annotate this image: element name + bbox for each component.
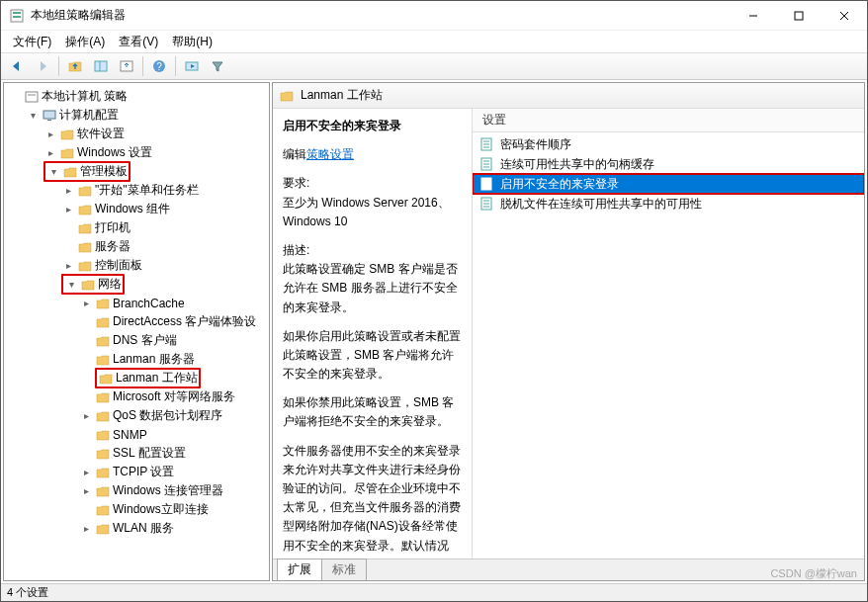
toolbar-separator (142, 56, 143, 76)
menu-bar: 文件(F) 操作(A) 查看(V) 帮助(H) (1, 31, 867, 52)
svg-rect-2 (13, 16, 21, 18)
expander-icon[interactable]: ▸ (61, 204, 75, 215)
expander-icon[interactable]: ▸ (79, 467, 93, 477)
description-pane: 启用不安全的来宾登录 编辑策略设置 要求:至少为 Windows Server … (273, 109, 473, 559)
window-title: 本地组策略编辑器 (31, 7, 731, 24)
setting-label: 启用不安全的来宾登录 (500, 176, 619, 193)
tree-admin-templates[interactable]: ▾ 管理模板 (43, 162, 267, 181)
tree-label: Windows 连接管理器 (113, 482, 223, 499)
computer-icon (42, 108, 57, 124)
folder-icon (95, 446, 111, 462)
show-hide-tree-button[interactable] (89, 54, 113, 78)
setting-item[interactable]: 密码套件顺序 (473, 134, 864, 154)
setting-item[interactable]: 启用不安全的来宾登录 (473, 174, 864, 194)
tree-label: Windows 设置 (77, 144, 152, 161)
setting-label: 密码套件顺序 (500, 136, 571, 153)
expander-icon[interactable]: ▸ (79, 410, 93, 421)
description-text: 此策略设置确定 SMB 客户端是否允许在 SMB 服务器上进行不安全的来宾登录。 (283, 262, 458, 313)
folder-icon (95, 502, 111, 518)
tree-item[interactable]: ▸WLAN 服务 (79, 519, 267, 538)
tree-start-taskbar[interactable]: ▸"开始"菜单和任务栏 (61, 181, 267, 200)
close-button[interactable] (822, 1, 867, 31)
tree-item[interactable]: ▸TCPIP 设置 (79, 463, 267, 481)
run-button[interactable] (180, 54, 204, 78)
tab-extended[interactable]: 扩展 (277, 559, 322, 580)
column-header-setting[interactable]: 设置 (473, 109, 864, 132)
tree-item[interactable]: SNMP (79, 425, 267, 444)
tree-item[interactable]: Microsoft 对等网络服务 (79, 387, 267, 406)
tree-network[interactable]: ▾ 网络 (61, 275, 267, 294)
back-button[interactable] (5, 54, 29, 78)
setting-label: 脱机文件在连续可用性共享中的可用性 (500, 196, 702, 213)
tree-item[interactable]: DirectAccess 客户端体验设 (79, 312, 267, 331)
filter-button[interactable] (206, 54, 229, 78)
tree-item[interactable]: ▸BranchCache (79, 294, 267, 312)
tree-item[interactable]: Lanman 服务器 (79, 350, 267, 369)
tree-software-settings[interactable]: ▸软件设置 (43, 125, 267, 143)
tree-control-panel[interactable]: ▸控制面板 (61, 256, 267, 275)
tree-item[interactable]: ▸QoS 数据包计划程序 (79, 406, 267, 425)
menu-action[interactable]: 操作(A) (59, 32, 111, 52)
breadcrumb: Lanman 工作站 (273, 83, 864, 109)
setting-item[interactable]: 脱机文件在连续可用性共享中的可用性 (473, 194, 864, 214)
setting-label: 连续可用性共享中的句柄缓存 (500, 156, 654, 173)
menu-view[interactable]: 查看(V) (113, 32, 164, 52)
tree-label: Windows立即连接 (113, 501, 209, 518)
app-icon (9, 8, 25, 24)
expander-icon[interactable]: ▾ (26, 110, 40, 121)
tree-item[interactable]: SSL 配置设置 (79, 444, 267, 463)
tree-label: TCPIP 设置 (113, 464, 174, 480)
tree-item[interactable]: DNS 客户端 (79, 331, 267, 350)
tree-pane[interactable]: 本地计算机 策略 ▾ 计算机配置 ▸软件设置 ▸Windows 设置 (3, 82, 270, 581)
expander-icon[interactable]: ▸ (79, 298, 93, 308)
folder-icon (77, 220, 93, 236)
tree-label: 软件设置 (77, 126, 125, 142)
setting-item[interactable]: 连续可用性共享中的句柄缓存 (473, 154, 864, 174)
folder-icon (95, 314, 111, 330)
tree-printers[interactable]: 打印机 (61, 218, 267, 237)
tree-item[interactable]: ▸Windows 连接管理器 (79, 481, 267, 500)
expander-icon[interactable]: ▾ (64, 279, 78, 290)
expander-icon[interactable]: ▸ (79, 485, 93, 496)
svg-rect-1 (13, 12, 21, 14)
export-list-button[interactable] (115, 54, 138, 78)
expander-icon[interactable]: ▸ (79, 523, 93, 534)
tab-standard[interactable]: 标准 (321, 559, 367, 580)
tree-windows-settings[interactable]: ▸Windows 设置 (43, 143, 267, 162)
menu-file[interactable]: 文件(F) (7, 32, 57, 52)
folder-icon (62, 164, 78, 180)
up-button[interactable] (63, 54, 87, 78)
expander-icon[interactable]: ▸ (61, 260, 75, 271)
tree-label: 本地计算机 策略 (42, 88, 128, 105)
expander-icon[interactable]: ▸ (61, 185, 75, 196)
policy-icon (478, 156, 494, 172)
menu-help[interactable]: 帮助(H) (166, 32, 218, 52)
toolbar-separator (58, 56, 59, 76)
edit-policy-link[interactable]: 策略设置 (306, 147, 354, 161)
tree-root[interactable]: 本地计算机 策略 (8, 87, 267, 106)
folder-icon (95, 408, 111, 424)
tree-computer-config[interactable]: ▾ 计算机配置 (26, 106, 267, 125)
maximize-button[interactable] (776, 1, 822, 31)
toolbar: ? (1, 52, 867, 80)
tree-label: 计算机配置 (59, 107, 119, 124)
folder-icon (59, 127, 75, 142)
tree-label: Microsoft 对等网络服务 (113, 388, 235, 405)
tree-label: DirectAccess 客户端体验设 (113, 313, 256, 330)
expander-icon[interactable]: ▾ (46, 166, 60, 177)
tree-windows-components[interactable]: ▸Windows 组件 (61, 200, 267, 218)
tree-label: SSL 配置设置 (113, 445, 186, 462)
folder-icon (95, 296, 111, 311)
expander-icon[interactable]: ▸ (43, 129, 57, 139)
description-text: 如果你禁用此策略设置，SMB 客户端将拒绝不安全的来宾登录。 (283, 393, 462, 431)
tree-servers[interactable]: 服务器 (61, 237, 267, 256)
minimize-button[interactable] (731, 1, 776, 31)
folder-icon (59, 145, 75, 161)
expander-icon[interactable]: ▸ (43, 147, 57, 158)
tree-lanman-workstation[interactable]: Lanman 工作站 (79, 369, 267, 387)
folder-icon (279, 88, 295, 104)
tree-item[interactable]: Windows立即连接 (79, 500, 267, 519)
help-button[interactable]: ? (147, 54, 171, 78)
description-text: 文件服务器使用不安全的来宾登录来允许对共享文件夹进行未经身份验证的访问。尽管在企… (283, 442, 462, 556)
forward-button[interactable] (31, 54, 54, 78)
